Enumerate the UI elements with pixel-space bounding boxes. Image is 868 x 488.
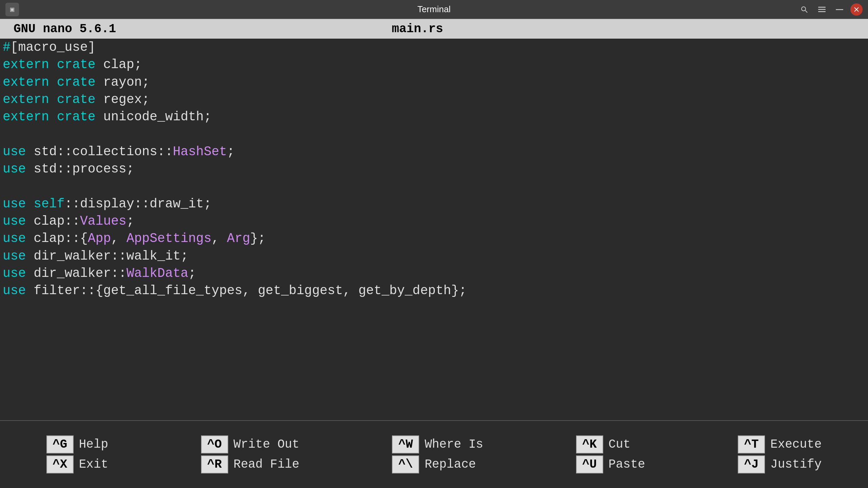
code-line bbox=[3, 178, 865, 195]
code-line: extern crate regex; bbox=[3, 91, 865, 108]
shortcut-key: ^J bbox=[738, 455, 765, 473]
shortcut-item[interactable]: ^UPaste bbox=[576, 455, 645, 473]
code-line: use filter::{get_all_file_types, get_big… bbox=[3, 282, 865, 299]
shortcut-key: ^O bbox=[201, 435, 228, 453]
code-line: use clap::{App, AppSettings, Arg}; bbox=[3, 230, 865, 247]
code-line: extern crate clap; bbox=[3, 56, 865, 73]
editor: #[macro_use]extern crate clap;extern cra… bbox=[0, 39, 868, 420]
close-button[interactable] bbox=[850, 3, 863, 16]
code-line: use std::process; bbox=[3, 160, 865, 178]
shortcut-item[interactable]: ^TExecute bbox=[738, 435, 822, 453]
shortcut-item[interactable]: ^KCut bbox=[576, 435, 631, 453]
shortcut-label: Replace bbox=[425, 458, 476, 471]
svg-line-1 bbox=[805, 11, 807, 13]
svg-point-0 bbox=[802, 7, 806, 11]
shortcut-key: ^W bbox=[392, 435, 419, 453]
shortcut-item[interactable]: ^RRead File bbox=[201, 455, 299, 473]
svg-rect-2 bbox=[818, 7, 826, 8]
shortcut-group: ^GHelp^XExit bbox=[46, 435, 108, 473]
nano-header: GNU nano 5.6.1 main.rs bbox=[0, 19, 868, 39]
titlebar-right bbox=[797, 3, 863, 16]
shortcut-label: Write Out bbox=[234, 438, 299, 451]
minimize-button[interactable] bbox=[833, 3, 846, 16]
shortcut-key: ^K bbox=[576, 435, 603, 453]
svg-rect-5 bbox=[836, 9, 843, 10]
app-icon: ▣ bbox=[5, 3, 19, 16]
shortcut-item[interactable]: ^\Replace bbox=[392, 455, 476, 473]
code-line: extern crate rayon; bbox=[3, 74, 865, 91]
shortcut-group: ^TExecute^JJustify bbox=[738, 435, 822, 473]
nano-version: GNU nano 5.6.1 bbox=[14, 22, 116, 36]
shortcut-item[interactable]: ^WWhere Is bbox=[392, 435, 483, 453]
svg-rect-3 bbox=[818, 9, 826, 10]
titlebar-title: Terminal bbox=[417, 4, 451, 15]
shortcut-key: ^X bbox=[46, 455, 74, 473]
shortcut-key: ^\ bbox=[392, 455, 419, 473]
code-line: use self::display::draw_it; bbox=[3, 195, 865, 212]
shortcut-item[interactable]: ^JJustify bbox=[738, 455, 822, 473]
shortcut-group: ^OWrite Out^RRead File bbox=[201, 435, 299, 473]
code-line: extern crate unicode_width; bbox=[3, 108, 865, 125]
shortcut-label: Where Is bbox=[425, 438, 483, 451]
shortcut-item[interactable]: ^GHelp bbox=[46, 435, 108, 453]
shortcut-label: Paste bbox=[609, 458, 645, 471]
shortcut-label: Cut bbox=[609, 438, 631, 451]
bottom-bar: ^GHelp^XExit^OWrite Out^RRead File^WWher… bbox=[0, 420, 868, 488]
menu-button[interactable] bbox=[815, 3, 829, 16]
shortcut-key: ^R bbox=[201, 455, 228, 473]
shortcut-group: ^KCut^UPaste bbox=[576, 435, 645, 473]
nano-filename: main.rs bbox=[116, 22, 719, 36]
shortcut-label: Exit bbox=[79, 458, 108, 471]
shortcut-label: Justify bbox=[770, 458, 822, 471]
shortcut-label: Execute bbox=[770, 438, 822, 451]
code-line: #[macro_use] bbox=[3, 39, 865, 56]
shortcut-key: ^T bbox=[738, 435, 765, 453]
code-line: use dir_walker::walk_it; bbox=[3, 247, 865, 265]
code-line: use std::collections::HashSet; bbox=[3, 143, 865, 160]
shortcut-key: ^U bbox=[576, 455, 603, 473]
search-button[interactable] bbox=[797, 3, 811, 16]
titlebar-left: ▣ bbox=[5, 3, 19, 16]
svg-rect-4 bbox=[818, 11, 826, 12]
shortcut-key: ^G bbox=[46, 435, 74, 453]
shortcut-group: ^WWhere Is^\Replace bbox=[392, 435, 483, 473]
titlebar: ▣ Terminal bbox=[0, 0, 868, 19]
shortcut-item[interactable]: ^OWrite Out bbox=[201, 435, 299, 453]
shortcut-item[interactable]: ^XExit bbox=[46, 455, 108, 473]
code-line: use clap::Values; bbox=[3, 212, 865, 230]
shortcut-label: Read File bbox=[234, 458, 299, 471]
code-line bbox=[3, 125, 865, 143]
shortcut-label: Help bbox=[79, 438, 108, 451]
code-line: use dir_walker::WalkData; bbox=[3, 265, 865, 282]
